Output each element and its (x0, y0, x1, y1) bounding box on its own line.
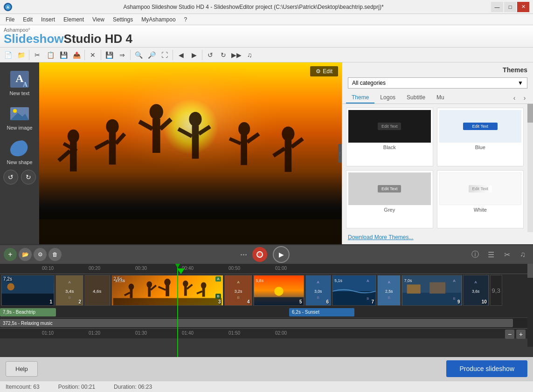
toolbar-zoom-in[interactable]: 🔍 (132, 49, 145, 61)
themes-nav-prev[interactable]: ‹ (510, 93, 519, 103)
themes-scrollbar[interactable] (527, 104, 533, 232)
music-button[interactable]: ♫ (516, 248, 529, 261)
minimize-button[interactable]: — (491, 2, 503, 12)
clip-button[interactable]: ✂ (500, 248, 513, 261)
tab-mu[interactable]: Mu (431, 92, 450, 103)
layers-button[interactable]: ☰ (485, 248, 498, 261)
preview-resize-handle[interactable]: ⋮ (338, 144, 342, 163)
download-themes-link[interactable]: Download More Themes... (342, 232, 533, 244)
theme-blue[interactable]: Edit Text Blue (437, 108, 524, 166)
menu-view[interactable]: View (89, 15, 108, 24)
settings-button[interactable]: ⚙ (34, 248, 47, 261)
close-button[interactable]: ✕ (517, 2, 529, 12)
zoom-out-btn[interactable]: − (505, 330, 514, 339)
menu-insert[interactable]: Insert (37, 15, 59, 24)
svg-text:B: B (69, 296, 71, 300)
rotate-ccw-button[interactable]: ↺ (3, 170, 18, 185)
menu-file[interactable]: File (2, 15, 18, 24)
slide-6-transition[interactable]: 3,0sAB 6 (305, 275, 331, 306)
slide-more[interactable]: 9,3 (490, 275, 502, 306)
slide-2-transition[interactable]: 3,4sAB 2 (55, 275, 83, 306)
video-track: 7,9s - Beachtrip 6,2s - Sunset (0, 307, 533, 318)
toolbar-save2[interactable]: 💾 (103, 49, 115, 61)
slide-7[interactable]: 5,1s A B 7 (332, 275, 376, 306)
menu-settings[interactable]: Settings (109, 15, 137, 24)
title-bar: A Ashampoo Slideshow Studio HD 4 - Slide… (0, 0, 533, 14)
toolbar-separator-3 (101, 50, 101, 60)
sunset-segment[interactable]: 6,2s - Sunset (289, 308, 354, 316)
theme-black[interactable]: Edit Text Black (346, 108, 433, 166)
themes-header: Themes (342, 62, 533, 77)
toolbar-separator-2 (84, 50, 85, 60)
theme-black-name: Black (383, 144, 396, 150)
tab-logos[interactable]: Logos (374, 92, 401, 103)
menu-edit[interactable]: Edit (19, 15, 36, 24)
themes-nav-next[interactable]: › (520, 93, 529, 103)
theme-white[interactable]: Edit Text White (437, 170, 524, 229)
playhead[interactable] (177, 264, 178, 357)
add-slide-button[interactable]: + (4, 248, 17, 261)
record-button[interactable] (252, 247, 267, 262)
svg-line-47 (124, 293, 130, 296)
music-segment[interactable]: 372,5s - Relaxing music (0, 319, 513, 327)
themes-tabs: Theme Logos Subtitle Mu ‹ › (342, 92, 533, 104)
drag-handle (241, 254, 247, 255)
themes-category-dropdown[interactable]: All categories ▼ (348, 77, 527, 89)
toolbar-zoom-out[interactable]: 🔎 (145, 49, 158, 61)
slide-4-transition[interactable]: 3,2sAB 4 (224, 275, 252, 306)
toolbar-rotate-right[interactable]: ↻ (217, 49, 229, 61)
slide-3[interactable]: 13,6s 2,5s 3 A B (111, 275, 223, 306)
tab-subtitle[interactable]: Subtitle (401, 92, 431, 103)
timeline-scrollbar-v[interactable] (527, 264, 533, 347)
toolbar-new[interactable]: 📄 (2, 49, 14, 61)
menu-myashampoo[interactable]: MyAshampoo (138, 15, 179, 24)
slide-1[interactable]: 7,2s 1 (1, 275, 55, 306)
menu-element[interactable]: Element (60, 15, 88, 24)
toolbar-copy[interactable]: 📋 (44, 49, 56, 61)
svg-text:3,2s: 3,2s (234, 289, 242, 294)
ruler-mark-2-4: 01:40 (182, 330, 194, 336)
slide-9[interactable]: 7,0s A B 9 (401, 275, 462, 306)
zoom-in-btn[interactable]: + (516, 330, 526, 339)
slide-2-extra[interactable]: 4,6s (84, 275, 110, 306)
slide-8-transition[interactable]: 2,5sAB (377, 275, 401, 306)
toolbar-music[interactable]: ♫ (243, 49, 256, 61)
svg-text:B: B (317, 296, 319, 300)
toolbar-rotate-left[interactable]: ↺ (204, 49, 216, 61)
tab-theme[interactable]: Theme (346, 92, 374, 103)
new-text-label: New text (10, 90, 30, 96)
ruler-mark-2-3: 01:30 (135, 330, 147, 336)
toolbar-transitions[interactable]: ▶▶ (230, 49, 242, 61)
info-button[interactable]: ⓘ (469, 248, 482, 261)
delete-slide-button[interactable]: 🗑 (48, 248, 62, 261)
toolbar-export2[interactable]: ⇒ (116, 49, 128, 61)
svg-rect-52 (166, 285, 169, 296)
toolbar-fit[interactable]: ⛶ (159, 49, 171, 61)
toolbar-save[interactable]: 💾 (57, 49, 69, 61)
toolbar-export[interactable]: 📤 (70, 49, 83, 61)
new-image-tool[interactable]: New image (3, 101, 36, 133)
slide-5[interactable]: 5,8s 5 (253, 275, 305, 306)
theme-grey[interactable]: Edit Text Grey (346, 170, 433, 229)
zoom-controls: − + (505, 330, 526, 339)
menu-help[interactable]: ? (180, 15, 191, 24)
svg-rect-86 (430, 282, 446, 294)
toolbar-next[interactable]: ▶ (188, 49, 200, 61)
svg-rect-85 (407, 284, 421, 293)
produce-slideshow-button[interactable]: Produce slideshow (446, 360, 527, 377)
image-tool-icon (8, 103, 31, 124)
play-button[interactable]: ▶ (273, 246, 290, 263)
new-text-tool[interactable]: A A New text (3, 66, 36, 99)
maximize-button[interactable]: □ (504, 2, 516, 12)
slide-10[interactable]: 3,6sA 10 (463, 275, 489, 306)
toolbar-prev[interactable]: ◀ (175, 49, 187, 61)
help-button[interactable]: Help (6, 361, 38, 377)
edit-button[interactable]: ⚙ Edit (310, 66, 338, 76)
beachtrip-segment[interactable]: 7,9s - Beachtrip (0, 308, 56, 316)
toolbar-delete[interactable]: ✕ (87, 49, 99, 61)
rotate-cw-button[interactable]: ↻ (21, 170, 36, 185)
toolbar-cut[interactable]: ✂ (31, 49, 43, 61)
toolbar-open[interactable]: 📁 (15, 49, 27, 61)
new-shape-tool[interactable]: New shape (3, 135, 36, 168)
import-button[interactable]: 📂 (19, 248, 32, 261)
